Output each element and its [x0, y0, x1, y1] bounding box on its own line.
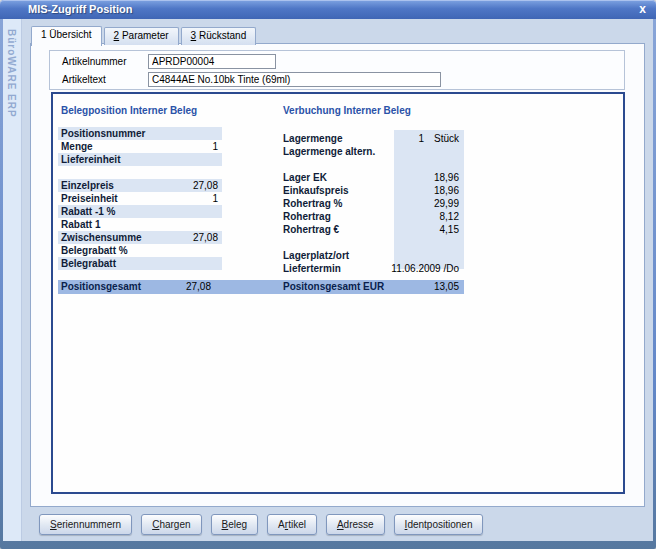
row-rabatt-1: Rabatt 1 [58, 218, 222, 231]
row-rabatt-prozent: Rabatt -1 % [58, 205, 222, 218]
row-lagermenge-altern: Lagermenge altern. [283, 145, 464, 158]
row-lagermenge: Lagermenge 1 Stück [283, 132, 464, 145]
position-detail-panel: Belegposition Interner Beleg Verbuchung … [51, 92, 625, 494]
identpositionen-button[interactable]: Identpositionen [394, 514, 484, 535]
title-bar: MIS-Zugriff Position x [0, 0, 656, 19]
row-menge: Menge 1 [58, 140, 222, 153]
artikelnummer-input[interactable] [148, 54, 276, 69]
row-preiseinheit: Preiseinheit 1 [58, 192, 222, 205]
positionsgesamt-label: Positionsgesamt [61, 281, 141, 292]
row-lager-ek: Lager EK 18,96 [283, 171, 464, 184]
right-section-header: Verbuchung Interner Beleg [283, 105, 411, 116]
positionsgesamt-eur-label: Positonsgesamt EUR [283, 281, 384, 292]
artikeltext-label: Artikeltext [62, 74, 148, 85]
positionsgesamt-value: 27,08 [138, 281, 211, 292]
button-bar: Seriennummern Chargen Beleg Artikel Adre… [39, 514, 483, 535]
brand-vertical-text: BüroWARE ERP [6, 29, 17, 118]
row-rohertrag-eur: Rohertrag € 4,15 [283, 223, 464, 236]
tab-parameter[interactable]: 2 Parameter [104, 27, 179, 45]
tab-panel-uebersicht: Artikelnummer Artikeltext Belegposition … [30, 43, 645, 507]
row-rohertrag-prozent: Rohertrag % 29,99 [283, 197, 464, 210]
row-rohertrag: Rohertrag 8,12 [283, 210, 464, 223]
seriennummern-button[interactable]: Seriennummern [39, 514, 132, 535]
window-title: MIS-Zugriff Position [28, 3, 132, 15]
artikelnummer-label: Artikelnummer [62, 56, 148, 67]
artikel-button[interactable]: Artikel [267, 514, 317, 535]
right-rows: Lagermenge 1 Stück Lagermenge altern. La… [283, 132, 464, 275]
mis-zugriff-window: MIS-Zugriff Position x BüroWARE ERP 1 Üb… [0, 0, 656, 549]
row-einzelpreis: Einzelpreis 27,08 [58, 179, 222, 192]
artikeltext-row: Artikeltext [62, 72, 624, 87]
positionsgesamt-eur-value: 13,05 [434, 281, 459, 292]
row-belegrabatt: Belegrabatt [58, 257, 222, 270]
artikelnummer-row: Artikelnummer [62, 54, 624, 69]
row-zwischensumme: Zwischensumme 27,08 [58, 231, 222, 244]
row-lagerplatz: Lagerplatz/ort [283, 249, 464, 262]
tab-bar: 1 Übersicht 2 Parameter 3 Rückstand [31, 27, 256, 46]
beleg-button[interactable]: Beleg [211, 514, 259, 535]
row-einkaufspreis: Einkaufspreis 18,96 [283, 184, 464, 197]
row-belegrabatt-prozent: Belegrabatt % [58, 244, 222, 257]
tab-uebersicht[interactable]: 1 Übersicht [31, 26, 102, 46]
row-positionsnummer: Positionsnummer [58, 127, 222, 140]
article-fields-box: Artikelnummer Artikeltext [49, 50, 625, 90]
row-liefertermin: Liefertermin 11.06.2009 /Do [283, 262, 464, 275]
totals-row: Positionsgesamt 27,08 Positonsgesamt EUR… [58, 280, 464, 294]
brand-sidebar: BüroWARE ERP [3, 19, 22, 541]
left-section-header: Belegposition Interner Beleg [61, 105, 197, 116]
chargen-button[interactable]: Chargen [141, 514, 201, 535]
window-body: BüroWARE ERP 1 Übersicht 2 Parameter 3 R… [3, 19, 653, 541]
artikeltext-input[interactable] [148, 72, 441, 87]
left-rows: Positionsnummer Menge 1 Liefereinheit Ei… [58, 127, 222, 270]
adresse-button[interactable]: Adresse [326, 514, 385, 535]
row-liefereinheit: Liefereinheit [58, 153, 222, 166]
close-icon[interactable]: x [639, 2, 646, 16]
tab-rueckstand[interactable]: 3 Rückstand [181, 27, 257, 45]
